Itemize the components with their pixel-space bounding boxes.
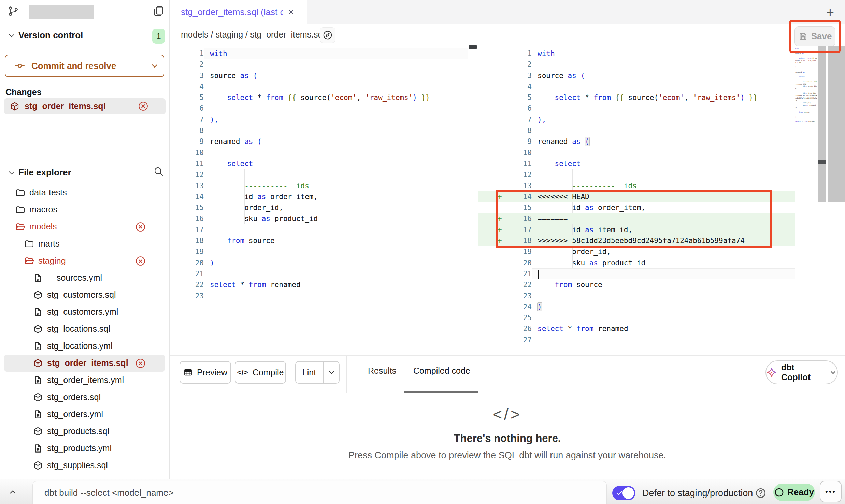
discard-change-icon[interactable] (135, 358, 146, 369)
commit-and-resolve-button[interactable]: Commit and resolve (5, 55, 164, 77)
left-pane-scrollbar-thumb[interactable] (469, 45, 477, 49)
code-line-10: 10 (170, 147, 468, 158)
sidebar-header (0, 0, 169, 24)
code-line-23: 23 (170, 291, 468, 301)
minimap-scrollbar[interactable] (818, 46, 826, 202)
code-line-5: 5 select * from {{ source('ecom', 'raw_i… (170, 92, 468, 103)
file-item-data-tests[interactable]: data-tests (4, 184, 165, 201)
code-line-8: 8 (170, 125, 468, 136)
file-item-models[interactable]: models (4, 218, 165, 235)
line-number: 1 (170, 48, 204, 59)
breadcrumb: models / staging / stg_order_items.sql (181, 30, 325, 40)
lint-button[interactable]: Lint (295, 361, 340, 384)
line-number: 11 (502, 158, 532, 169)
discard-change-icon[interactable] (135, 256, 146, 266)
code-line-16: 16 sku as product_id (170, 213, 468, 224)
file-item-stg_customers.sql[interactable]: stg_customers.sql (4, 286, 165, 303)
line-number: 16 (502, 213, 532, 224)
command-input[interactable]: dbt build --select <model_name> (32, 481, 607, 504)
tab-results[interactable]: Results (368, 366, 396, 376)
file-item-stg_orders.sql[interactable]: stg_orders.sql (4, 389, 165, 406)
file-item-label: stg_orders.sql (47, 392, 101, 402)
active-tab-underline (404, 391, 478, 393)
line-number: 15 (502, 202, 532, 213)
discard-change-icon[interactable] (135, 222, 146, 232)
line-number: 10 (170, 147, 204, 158)
results-panel: </> There's nothing here. Press Compile … (170, 394, 845, 479)
line-number: 8 (502, 125, 532, 136)
chevron-down-icon[interactable] (7, 168, 16, 177)
file-item-stg_products.sql[interactable]: stg_products.sql (4, 423, 165, 440)
file-item-stg_order_items.yml[interactable]: stg_order_items.yml (4, 372, 165, 389)
compile-label: Compile (253, 368, 284, 377)
discard-change-icon[interactable] (138, 101, 148, 112)
file-tree: data-testsmacrosmodelsmartsstaging__sour… (0, 184, 169, 474)
line-number: 17 (502, 224, 532, 235)
model-cube-icon (33, 426, 43, 436)
commit-options-dropdown[interactable] (145, 55, 164, 76)
question-circle-icon[interactable] (755, 487, 767, 499)
minimap-scrollbar-thumb[interactable] (818, 160, 826, 164)
tab-title: stg_order_items.sql (last c… (181, 7, 283, 17)
file-item-label: stg_products.yml (47, 443, 112, 453)
code-line-6: 6 (170, 103, 468, 114)
preview-button[interactable]: Preview (180, 361, 231, 384)
file-item-stg_locations.yml[interactable]: stg_locations.yml (4, 338, 165, 355)
file-item-stg_customers.yml[interactable]: stg_customers.yml (4, 303, 165, 321)
defer-toggle[interactable] (612, 486, 635, 500)
changed-file-row[interactable]: stg_order_items.sql (4, 98, 166, 114)
file-item-marts[interactable]: marts (4, 235, 165, 252)
code-editor-original[interactable]: 1with23source as (45 select * from {{ so… (170, 46, 468, 355)
file-item-stg_order_items.sql[interactable]: stg_order_items.sql (4, 355, 165, 372)
tab-stg-order-items[interactable]: stg_order_items.sql (last c… × (170, 0, 307, 24)
code-line-21: 21 (170, 268, 468, 279)
dbt-copilot-button[interactable]: dbt Copilot (765, 360, 838, 384)
minimap[interactable]: withsource as ( select * from {{ source(… (795, 48, 817, 126)
copy-icon[interactable] (152, 5, 164, 18)
editor-scrollbar[interactable] (827, 46, 845, 202)
compass-icon[interactable] (320, 27, 335, 43)
file-item-__sources.yml[interactable]: __sources.yml (4, 269, 165, 286)
code-editor-current[interactable]: 1with23source as (45 select * from {{ so… (478, 46, 795, 355)
lint-options-dropdown[interactable] (323, 362, 339, 383)
new-tab-button[interactable]: + (826, 5, 834, 20)
diff-added-marker (478, 268, 502, 279)
chevron-down-icon[interactable] (7, 31, 16, 40)
folder-icon (15, 188, 25, 198)
code-line-25: 25 (478, 312, 795, 323)
version-control-section-header[interactable]: Version control (0, 27, 169, 44)
line-number: 4 (502, 81, 532, 92)
git-commit-icon (14, 60, 25, 71)
line-number: 6 (502, 103, 532, 114)
file-item-stg_locations.sql[interactable]: stg_locations.sql (4, 321, 165, 338)
close-tab-icon[interactable]: × (288, 7, 294, 17)
search-icon[interactable] (153, 166, 164, 177)
code-line-9: 9renamed as ( (478, 136, 795, 147)
breadcrumb-row: models / staging / stg_order_items.sql (170, 24, 845, 46)
line-number: 3 (502, 70, 532, 81)
git-branch-icon (8, 5, 19, 17)
file-item-macros[interactable]: macros (4, 201, 165, 218)
line-number: 26 (502, 323, 532, 334)
line-number: 10 (502, 147, 532, 158)
diff-added-marker (478, 202, 502, 213)
sidebar: Version control 1 Commit and resolve Cha… (0, 0, 170, 479)
code-line-11: 11 select (478, 158, 795, 169)
chevron-up-icon[interactable] (8, 488, 17, 496)
line-number: 3 (170, 70, 204, 81)
line-number: 2 (502, 59, 532, 70)
save-button[interactable]: Save (794, 26, 835, 46)
file-item-stg_products.yml[interactable]: stg_products.yml (4, 440, 165, 457)
line-number: 17 (170, 224, 204, 235)
ready-status-badge[interactable]: Ready (773, 484, 815, 501)
file-item-stg_supplies.sql[interactable]: stg_supplies.sql (4, 457, 165, 474)
file-item-stg_orders.yml[interactable]: stg_orders.yml (4, 406, 165, 423)
tab-compiled-code[interactable]: Compiled code (413, 366, 470, 376)
file-explorer-title: File explorer (18, 167, 71, 178)
compile-button[interactable]: </> Compile (235, 361, 286, 384)
more-options-button[interactable]: ••• (820, 481, 842, 502)
file-explorer-section-header[interactable]: File explorer (0, 164, 169, 181)
file-item-label: stg_locations.sql (47, 324, 110, 334)
file-item-staging[interactable]: staging (4, 252, 165, 269)
file-item-label: stg_locations.yml (47, 341, 113, 351)
